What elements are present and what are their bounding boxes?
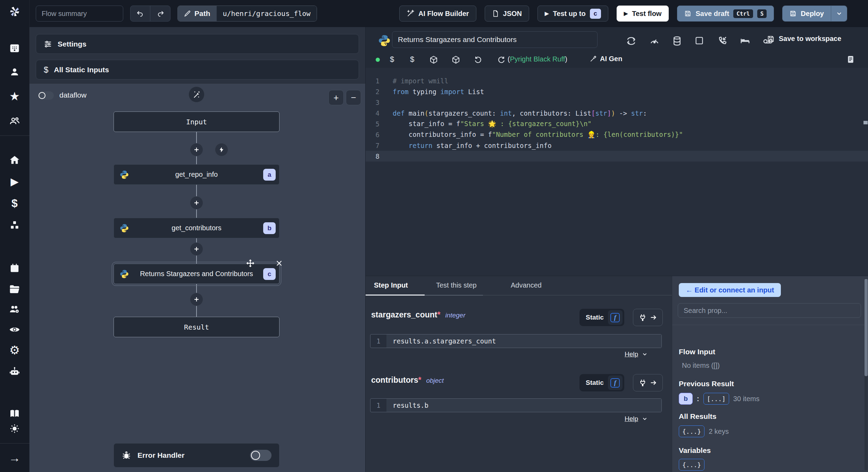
workers-icon[interactable]	[9, 304, 20, 315]
code-line[interactable]: 4def main(stargazers_count: int, contrib…	[366, 108, 868, 118]
help-link[interactable]: Help	[625, 350, 648, 358]
user-icon[interactable]	[9, 67, 20, 77]
expr-input-contributors[interactable]: 1 results.b	[370, 398, 662, 412]
folders-icon[interactable]	[9, 283, 20, 295]
scrollbar-thumb[interactable]	[865, 279, 868, 376]
trigger-bolt-button[interactable]	[215, 143, 228, 156]
home-icon[interactable]	[9, 155, 20, 166]
code-line[interactable]: 3	[366, 97, 868, 108]
variables-icon[interactable]: $	[11, 198, 18, 209]
flow-node-result[interactable]: Result	[114, 317, 279, 337]
help-link[interactable]: Help	[625, 415, 648, 423]
edit-or-connect-input-button[interactable]: ← Edit or connect an input	[679, 283, 781, 297]
javascript-expr-toggle[interactable]: f	[608, 310, 623, 325]
object-expand-badge[interactable]: {...}	[679, 459, 704, 471]
ai-graph-wand-button[interactable]	[189, 86, 205, 102]
variable-dollar-icon[interactable]: $	[390, 55, 394, 64]
flow-settings-button[interactable]: Settings	[36, 34, 359, 54]
insert-step-button[interactable]	[190, 143, 203, 156]
reset-undo-icon[interactable]	[474, 56, 482, 64]
settings-gear-icon[interactable]: ⚙	[9, 344, 20, 356]
code-editor[interactable]: 1# import wmill2from typing import List3…	[366, 68, 868, 276]
suspend-phone-icon[interactable]	[717, 36, 728, 46]
test-flow-button[interactable]: ▶ Test flow	[617, 6, 669, 22]
minus-icon: −	[351, 92, 356, 103]
tab-test-this-step[interactable]: Test this step	[436, 276, 477, 295]
code-line[interactable]: 8	[366, 151, 868, 162]
object-expand-badge[interactable]: {...}	[679, 425, 704, 437]
deploy-options-chevron[interactable]	[831, 6, 847, 21]
save-to-workspace-button[interactable]: Save to workspace	[767, 35, 841, 43]
test-up-to-button[interactable]: ▶ Test up to c	[537, 6, 608, 22]
code-line[interactable]: 5 star_info = f"Stars 🌟 : {stargazers_co…	[366, 118, 868, 129]
connect-input-plug-button[interactable]	[633, 374, 663, 391]
all-static-inputs-button[interactable]: $ All Static Inputs	[36, 60, 359, 80]
flow-node-step-b[interactable]: get_contributors b	[114, 218, 279, 238]
flow-node-input[interactable]: Input	[114, 111, 279, 132]
scrollbar-track[interactable]	[865, 278, 868, 470]
editor-scrollbar-thumb[interactable]	[863, 121, 868, 124]
script-library-icon[interactable]	[846, 55, 855, 64]
static-expr-toggle[interactable]: Static f	[579, 374, 624, 391]
audit-logs-eye-icon[interactable]	[9, 324, 20, 336]
redo-button[interactable]	[150, 6, 170, 21]
sleep-bed-icon[interactable]	[740, 36, 750, 46]
flow-summary-input[interactable]	[36, 6, 123, 22]
reload-redo-icon[interactable]	[497, 56, 506, 64]
expr-input-stargazers-count[interactable]: 1 results.a.stargazers_count	[370, 334, 662, 348]
connect-input-plug-button[interactable]	[633, 309, 663, 326]
move-node-handle[interactable]	[246, 259, 255, 268]
resource-dollar-icon[interactable]: $	[410, 55, 414, 64]
tab-step-input[interactable]: Step Input	[374, 276, 408, 295]
step-title-input[interactable]	[392, 31, 598, 48]
code-line[interactable]: 6 contributors_info = f"Number of contri…	[366, 129, 868, 140]
cache-database-icon[interactable]	[672, 36, 682, 46]
schedules-icon[interactable]	[9, 263, 20, 273]
static-expr-toggle[interactable]: Static f	[579, 309, 624, 326]
code-line[interactable]: 1# import wmill	[366, 75, 868, 86]
step-id-badge: c	[263, 268, 276, 280]
dollar-icon: $	[44, 65, 48, 75]
runs-icon[interactable]: ▶	[10, 176, 18, 187]
theme-sun-icon[interactable]	[10, 424, 19, 433]
code-line[interactable]: 7 return star_info + contributors_info	[366, 140, 868, 151]
json-button[interactable]: JSON	[485, 6, 529, 22]
package-icon[interactable]	[452, 56, 460, 64]
early-stop-gauge-icon[interactable]	[649, 36, 660, 46]
docs-book-icon[interactable]	[9, 408, 20, 419]
delete-node-button[interactable]	[275, 259, 283, 267]
path-value[interactable]: u/henri/gracious_flow	[217, 6, 317, 21]
insert-step-button[interactable]	[190, 293, 203, 306]
error-handler-bar[interactable]: Error Handler	[114, 443, 279, 467]
retry-icon[interactable]	[626, 36, 636, 46]
code-line[interactable]: 2from typing import List	[366, 86, 868, 97]
insert-step-button[interactable]	[190, 196, 203, 209]
ai-gen-button[interactable]: AI Gen	[590, 55, 622, 63]
prop-search-input[interactable]	[678, 303, 861, 318]
package-icon[interactable]	[429, 56, 438, 64]
dataflow-toggle[interactable]	[38, 91, 54, 100]
zoom-out-button[interactable]: −	[346, 90, 361, 105]
save-draft-button[interactable]: Save draft Ctrl S	[677, 6, 774, 22]
robot-icon[interactable]	[9, 366, 20, 377]
required-asterisk: *	[418, 375, 421, 384]
apps-icon[interactable]	[9, 43, 20, 53]
star-icon[interactable]: ★	[9, 90, 20, 102]
resources-icon[interactable]	[9, 220, 20, 231]
users-group-icon[interactable]	[9, 115, 20, 126]
deploy-button[interactable]: Deploy	[783, 6, 831, 21]
expand-sidebar-arrow-icon[interactable]: →	[9, 452, 20, 464]
error-handler-toggle[interactable]	[250, 450, 272, 461]
windmill-logo[interactable]	[8, 5, 21, 18]
zoom-in-button[interactable]: +	[328, 90, 344, 105]
flow-node-step-a[interactable]: get_repo_info a	[114, 164, 279, 185]
insert-step-button[interactable]	[190, 242, 203, 256]
array-expand-badge[interactable]: [...]	[703, 393, 729, 405]
undo-button[interactable]	[131, 6, 150, 21]
ai-flow-builder-button[interactable]: AI Flow Builder	[399, 6, 476, 22]
path-control[interactable]: Path u/henri/gracious_flow	[177, 6, 317, 22]
step-id-badge[interactable]: b	[679, 393, 693, 405]
tab-advanced[interactable]: Advanced	[511, 276, 542, 295]
javascript-expr-toggle[interactable]: f	[608, 375, 623, 390]
mock-square-icon[interactable]	[694, 36, 704, 45]
